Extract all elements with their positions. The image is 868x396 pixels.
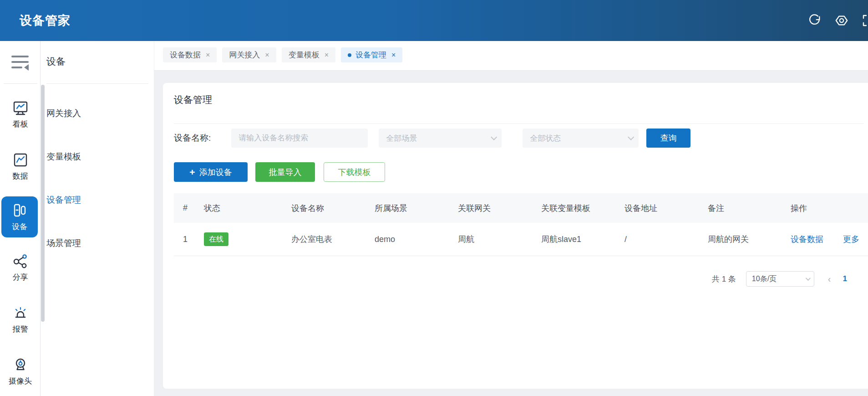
close-icon[interactable]: ×	[325, 51, 329, 59]
close-icon[interactable]: ×	[265, 51, 269, 59]
settings-icon[interactable]	[834, 14, 849, 27]
device-data-link[interactable]: 设备数据	[791, 235, 823, 244]
tab-device-data[interactable]: 设备数据 ×	[163, 47, 217, 62]
cell-remark: 周航的网关	[708, 234, 791, 245]
bulk-import-button[interactable]: 批量导入	[255, 162, 315, 182]
device-name-label: 设备名称:	[174, 132, 211, 144]
submenu-sidebar: 设备 网关接入 变量模板 设备管理 场景管理	[41, 41, 154, 396]
refresh-icon[interactable]	[808, 14, 822, 27]
status-badge: 在线	[204, 232, 228, 246]
page-size-select[interactable]: 10条/页	[746, 271, 814, 287]
submenu-item-template[interactable]: 变量模板	[46, 143, 154, 170]
download-template-button[interactable]: 下载模板	[324, 162, 385, 182]
fullscreen-icon[interactable]	[862, 14, 868, 27]
scene-select[interactable]: 全部场景	[379, 129, 502, 148]
device-icon	[11, 202, 28, 219]
cell-gateway: 周航	[458, 234, 541, 245]
rail-item-dashboard[interactable]: 看板	[0, 93, 41, 136]
prev-page-icon[interactable]: ‹	[828, 274, 831, 283]
device-table: # 状态 设备名称 所属场景 关联网关 关联变量模板 设备地址 备注 操作 1 …	[174, 193, 868, 256]
page-title: 设备管理	[174, 93, 863, 106]
rail-item-device[interactable]: 设备	[1, 196, 38, 237]
data-icon	[12, 151, 29, 169]
cell-template: 周航slave1	[541, 234, 624, 245]
status-select[interactable]: 全部状态	[523, 129, 639, 148]
filter-row: 设备名称: 全部场景 全部状态 查询	[174, 129, 863, 148]
more-link[interactable]: 更多	[843, 235, 859, 244]
device-name-input[interactable]	[231, 129, 368, 148]
camera-icon	[12, 356, 29, 374]
search-button[interactable]: 查询	[646, 129, 690, 148]
table-header-row: # 状态 设备名称 所属场景 关联网关 关联变量模板 设备地址 备注 操作	[174, 193, 868, 223]
close-icon[interactable]: ×	[391, 51, 396, 59]
submenu-title: 设备	[46, 55, 154, 68]
rail-divider	[4, 83, 37, 84]
plus-icon: +	[189, 167, 195, 177]
dashboard-icon	[12, 99, 29, 117]
cell-scene: demo	[375, 235, 458, 244]
table-row: 1 在线 办公室电表 demo 周航 周航slave1 / 周航的网关 设备数据…	[174, 223, 868, 256]
cell-name: 办公室电表	[291, 234, 375, 245]
cell-address: /	[624, 235, 708, 244]
tab-variable-template[interactable]: 变量模板 ×	[282, 47, 335, 62]
active-dot-icon	[348, 53, 351, 57]
chevron-down-icon	[491, 134, 497, 140]
cell-index: 1	[174, 235, 204, 244]
submenu-item-device-mgmt[interactable]: 设备管理	[46, 186, 154, 214]
icon-rail: 看板 数据 设备 分享	[0, 41, 41, 396]
share-icon	[12, 252, 29, 270]
current-page[interactable]: 1	[843, 274, 847, 283]
rail-scrollbar-thumb[interactable]	[41, 85, 45, 322]
app-title: 设备管家	[20, 12, 71, 29]
rail-item-camera[interactable]: 摄像头	[0, 350, 41, 393]
device-mgmt-card: 设备管理 设备名称: 全部场景 全部状态 查询	[163, 83, 868, 389]
pagination: 共 1 条 10条/页 ‹ 1	[174, 271, 863, 287]
content-area: 设备管理 设备名称: 全部场景 全部状态 查询	[154, 71, 868, 396]
cell-operations: 设备数据 更多	[791, 234, 868, 245]
submenu-item-gateway[interactable]: 网关接入	[46, 100, 154, 127]
rail-item-data[interactable]: 数据	[0, 144, 41, 188]
app-header: 设备管家	[0, 0, 868, 41]
tab-bar: 设备数据 × 网关接入 × 变量模板 × 设备管理 ×	[154, 41, 868, 71]
collapse-menu-icon[interactable]	[10, 52, 30, 72]
action-buttons: + 添加设备 批量导入 下载模板	[174, 162, 863, 182]
alarm-icon	[12, 304, 29, 322]
submenu-divider	[46, 83, 148, 84]
chevron-down-icon	[806, 276, 811, 281]
total-count: 共 1 条	[712, 274, 736, 284]
rail-item-alarm[interactable]: 报警	[0, 298, 41, 341]
tab-device-mgmt[interactable]: 设备管理 ×	[341, 47, 402, 62]
rail-item-share[interactable]: 分享	[0, 246, 41, 289]
cell-status: 在线	[204, 232, 291, 246]
tab-gateway[interactable]: 网关接入 ×	[222, 47, 276, 62]
close-icon[interactable]: ×	[206, 51, 210, 59]
submenu-item-scene[interactable]: 场景管理	[46, 230, 154, 257]
add-device-button[interactable]: + 添加设备	[174, 162, 248, 182]
chevron-down-icon	[628, 134, 634, 140]
